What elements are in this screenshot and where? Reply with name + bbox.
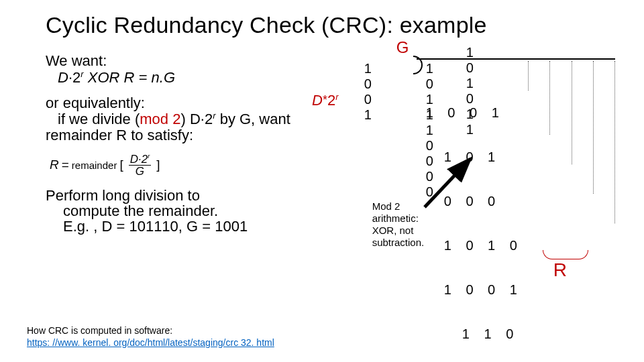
perform-l2: compute the remainder. xyxy=(46,202,218,219)
f-remainder: remainder xyxy=(72,160,117,171)
equiv-mod: mod 2 xyxy=(140,111,180,127)
d2r-2: 2 xyxy=(327,92,335,109)
f-eq: = xyxy=(62,158,69,172)
d-times-2r-label: D*2r xyxy=(312,92,339,109)
columns: We want: D·2r XOR R = n.G or equivalentl… xyxy=(46,53,617,243)
right-column: G 1 0 1 0 1 1 1 0 0 1 1 0 1 1 1 0 0 0 0 … xyxy=(319,53,617,243)
want-label: We want: xyxy=(46,52,107,69)
f-num-r: r xyxy=(148,153,150,160)
remainder-formula: R = remainder [ D·2r G ] xyxy=(50,154,319,177)
perform-l1: Perform long division to xyxy=(46,187,200,204)
division-bar xyxy=(417,58,615,60)
footer: How CRC is computed in software: https: … xyxy=(27,325,274,349)
arrow-icon xyxy=(419,152,480,213)
r-label: R xyxy=(553,259,567,281)
f-R: R xyxy=(50,158,59,172)
eq-2: 2 xyxy=(72,69,80,86)
d2r-D: D xyxy=(312,92,323,109)
divisor: 1 0 0 1 xyxy=(364,61,377,123)
equiv-2: 2 xyxy=(205,111,213,127)
slide-title: Cyclic Redundancy Check (CRC): example xyxy=(46,12,617,38)
slide: Cyclic Redundancy Check (CRC): example W… xyxy=(0,0,644,362)
f-rbr: ] xyxy=(156,158,160,172)
left-column: We want: D·2r XOR R = n.G or equivalentl… xyxy=(46,53,319,243)
f-lbr: [ xyxy=(119,158,123,172)
row: 1 0 0 1 xyxy=(426,105,559,120)
f-num-2: 2 xyxy=(142,153,148,166)
division-rows: 1 0 0 1 1 0 1 0 0 0 1 0 1 0 1 0 0 1 1 1 … xyxy=(426,76,559,362)
eq-D: D xyxy=(58,69,68,86)
svg-line-0 xyxy=(425,159,470,207)
equiv-1b: ) D xyxy=(180,111,200,127)
mod2-note: Mod 2 arithmetic: XOR, not subtraction. xyxy=(372,200,425,249)
eq-rest: XOR R = n.G xyxy=(84,69,175,86)
d2r-star: * xyxy=(323,93,327,107)
equiv-block: or equivalently: if we divide (mod 2) D·… xyxy=(46,95,319,144)
f-num-D: D xyxy=(130,153,138,166)
want-block: We want: D·2r XOR R = n.G xyxy=(46,53,319,86)
remainder-brace xyxy=(543,250,588,259)
equiv-label: or equivalently: xyxy=(46,95,145,111)
d2r-r: r xyxy=(335,92,338,102)
fraction: D·2r G xyxy=(129,154,152,177)
note-l1: Mod 2 arithmetic: xyxy=(372,200,419,224)
row: 1 1 0 xyxy=(426,326,559,341)
perform-block: Perform long division to compute the rem… xyxy=(46,188,319,234)
row: 1 0 0 1 xyxy=(426,282,559,297)
note-l2: XOR, not subtraction. xyxy=(372,225,425,248)
footer-link[interactable]: https: //www. kernel. org/doc/html/lates… xyxy=(27,337,274,348)
perform-l3: E.g. , D = 101110, G = 1001 xyxy=(46,218,248,235)
footer-text: How CRC is computed in software: xyxy=(27,325,172,336)
g-label: G xyxy=(396,38,409,57)
row: 1 0 1 0 xyxy=(426,238,559,253)
equiv-1a: if we divide ( xyxy=(58,111,140,127)
f-den: G xyxy=(136,166,144,177)
